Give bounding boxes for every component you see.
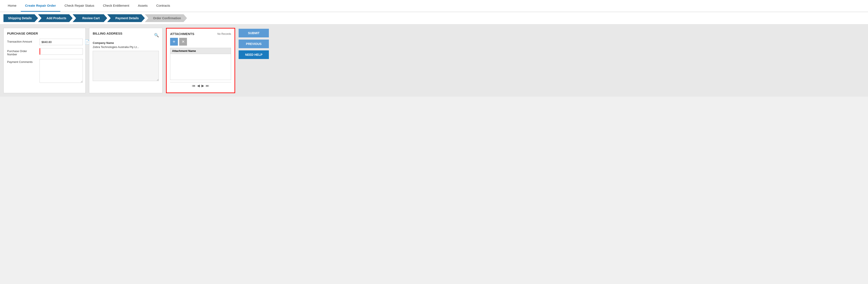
submit-button[interactable]: SUBMIT [239,29,269,37]
transaction-amount-wrap: 📄 [39,39,90,45]
attachment-empty-row [170,54,231,80]
purchase-order-number-wrap [39,48,83,55]
purchase-order-number-row: Purchase Order Number [7,48,82,56]
transaction-amount-row: Transaction Amount 📄 [7,39,82,45]
add-attachment-button[interactable]: + [170,38,178,45]
nav-contracts[interactable]: Contracts [152,0,175,12]
main-content: PURCHASE ORDER Transaction Amount 📄 Purc… [0,24,868,97]
pagination-prev-button[interactable]: ◀ [197,84,200,88]
attachment-empty-cell [170,54,231,80]
payment-comments-textarea[interactable] [39,59,83,83]
payment-comments-row: Payment Comments [7,59,82,83]
attachments-pagination: ⏮ ◀ ▶ ⏭ [170,82,231,89]
billing-address-textarea[interactable] [93,51,159,81]
billing-company-name-value: Zebra Technologies Australia Pty Lt... [93,45,159,49]
attachments-buttons: + ✕ [170,38,231,45]
purchase-order-panel: PURCHASE ORDER Transaction Amount 📄 Purc… [3,28,86,93]
attachments-panel: ATTACHMENTS No Records + ✕ Attachment Na… [166,28,235,93]
payment-comments-wrap [39,59,83,83]
nav-create-repair-order[interactable]: Create Repair Order [21,0,60,12]
attachments-header: ATTACHMENTS No Records [170,32,231,36]
previous-button[interactable]: PREVIOUS [239,39,269,48]
need-help-button[interactable]: NEED HELP [239,50,269,59]
pagination-first-button[interactable]: ⏮ [192,84,195,88]
billing-address-title: BILLING ADDRESS [93,32,122,35]
attachments-title: ATTACHMENTS [170,32,194,36]
transaction-amount-input[interactable] [39,39,83,45]
remove-attachment-button[interactable]: ✕ [179,38,187,45]
nav-home[interactable]: Home [3,0,21,12]
step-shipping-details[interactable]: Shipping Details [3,14,38,22]
attachment-name-header: Attachment Name [170,48,231,54]
purchase-order-number-input[interactable] [39,48,83,55]
top-navigation: Home Create Repair Order Check Repair St… [0,0,868,12]
billing-company-name-label: Company Name [93,41,159,44]
steps-bar: Shipping Details Add Products Review Car… [0,12,868,24]
billing-address-panel: BILLING ADDRESS 🔍 Company Name Zebra Tec… [89,28,162,93]
attachments-table: Attachment Name [170,48,231,80]
step-add-products[interactable]: Add Products [38,14,73,22]
action-buttons: SUBMIT PREVIOUS NEED HELP [239,28,269,93]
step-review-cart[interactable]: Review Cart [73,14,107,22]
step-order-confirmation[interactable]: Order Confirmation [145,14,187,22]
payment-comments-label: Payment Comments [7,59,37,64]
nav-check-entitlement[interactable]: Check Entitlement [98,0,133,12]
billing-search-icon[interactable]: 🔍 [154,33,159,38]
nav-check-repair-status[interactable]: Check Repair Status [60,0,99,12]
purchase-order-title: PURCHASE ORDER [7,32,82,35]
billing-address-header: BILLING ADDRESS 🔍 [93,32,159,39]
pagination-next-button[interactable]: ▶ [202,84,204,88]
no-records-badge: No Records [217,32,231,35]
transaction-amount-label: Transaction Amount [7,39,37,43]
purchase-order-number-label: Purchase Order Number [7,48,37,56]
pagination-last-button[interactable]: ⏭ [206,84,209,88]
step-payment-details[interactable]: Payment Details [107,14,145,22]
nav-assets[interactable]: Assets [133,0,152,12]
